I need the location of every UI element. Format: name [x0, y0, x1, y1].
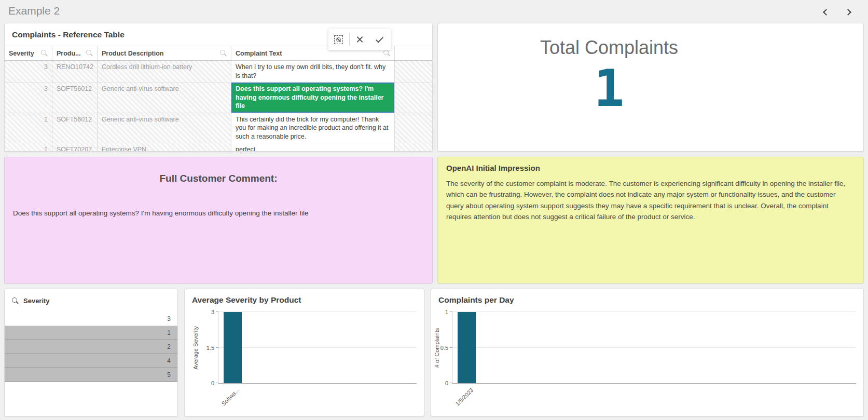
search-icon[interactable]: [383, 50, 390, 57]
table-body: 3RENO10742Cordless drill lithium-ion bat…: [5, 61, 432, 152]
severity-cell[interactable]: 3: [5, 83, 52, 113]
selection-toolbar: [328, 29, 391, 50]
search-icon[interactable]: [220, 50, 227, 57]
table-row: 3SOFT56012Generic anti-virus softwareDoe…: [5, 83, 432, 113]
full-customer-comment-panel: Full Customer Comment: Does this support…: [4, 157, 433, 283]
axis-tick-mark: [216, 383, 218, 383]
chart-title: Complaints per Day: [431, 289, 863, 305]
column-header-label: Product Description: [102, 50, 163, 57]
table-row: 3RENO10742Cordless drill lithium-ion bat…: [5, 61, 432, 83]
openai-initial-impression-panel: OpenAI Initial Impression The severity o…: [437, 157, 864, 283]
comment-title: Full Customer Comment:: [5, 173, 432, 184]
severity-filterpane: Severity 31245: [4, 289, 178, 416]
column-header-label: Severity: [9, 50, 34, 57]
page-title: Example 2: [8, 5, 60, 17]
complaint-text-cell[interactable]: When i try to use my own drill bits, the…: [231, 61, 395, 83]
filler-cell: [395, 83, 432, 113]
kpi-title: Total Complaints: [540, 37, 678, 59]
column-header-empty: [395, 46, 432, 60]
product-cell[interactable]: SOFT70207: [52, 143, 98, 152]
next-sheet-button[interactable]: [843, 7, 852, 17]
table-row: 1SOFT70207Enterprise VPNperfect: [5, 143, 432, 152]
axis-tick-mark: [216, 347, 218, 348]
plot: 01.53Softwa...Average Severity: [218, 312, 417, 384]
filter-title: Severity: [23, 297, 50, 305]
confirm-icon: [376, 35, 383, 43]
severity-value-4[interactable]: 4: [5, 354, 177, 368]
bar[interactable]: [458, 312, 476, 383]
y-axis-title-text: Average Severity: [192, 326, 199, 370]
severity-cell[interactable]: 1: [5, 143, 52, 152]
severity-value-1[interactable]: 1: [5, 326, 177, 340]
comment-body: Does this support all operating systems?…: [13, 209, 424, 217]
product-description-cell[interactable]: Generic anti-virus software: [98, 83, 231, 113]
severity-filter-header[interactable]: Severity: [5, 289, 177, 305]
clear-selection-button[interactable]: [328, 29, 349, 50]
severity-value-5[interactable]: 5: [5, 368, 177, 382]
gridline: [452, 347, 856, 348]
severity-value-3[interactable]: 3: [5, 312, 177, 326]
filler-cell: [395, 143, 432, 152]
column-header-product-description[interactable]: Product Description: [98, 46, 231, 60]
dashboard: Example 2 Complaints - Reference Table S…: [0, 0, 868, 420]
cancel-icon: [356, 36, 364, 44]
severity-value-2[interactable]: 2: [5, 340, 177, 354]
clear-selection-icon: [334, 35, 343, 44]
cancel-selection-button[interactable]: [350, 29, 370, 50]
table-row: 1SOFT56012Generic anti-virus softwareThi…: [5, 113, 432, 144]
complaint-text-cell[interactable]: perfect: [231, 143, 395, 152]
product-description-cell[interactable]: Cordless drill lithium-ion battery: [98, 61, 231, 83]
complaint-text-cell[interactable]: This certainly did the trick for my comp…: [231, 113, 395, 144]
column-header-severity[interactable]: Severity: [5, 46, 52, 60]
severity-cell[interactable]: 1: [5, 113, 52, 144]
product-description-cell[interactable]: Generic anti-virus software: [98, 113, 231, 144]
search-icon[interactable]: [41, 50, 48, 57]
gridline: [218, 347, 417, 348]
sheet-navigation: [821, 7, 852, 17]
severity-list: 31245: [5, 312, 177, 382]
y-tick-label: 3: [200, 309, 214, 315]
x-tick-text: Softwa...: [221, 387, 241, 407]
impression-title: OpenAI Initial Impression: [438, 157, 863, 172]
severity-cell[interactable]: 3: [5, 61, 52, 83]
y-axis-title-text: # of Complaints: [434, 328, 440, 367]
x-tick-text: 1/5/2023: [454, 387, 475, 407]
axis-tick-mark: [450, 383, 452, 383]
gridline: [218, 311, 417, 312]
axis-tick-mark: [450, 347, 452, 348]
y-tick-label: 1: [434, 309, 448, 315]
axis-tick-mark: [216, 311, 218, 312]
axis-tick-mark: [450, 311, 452, 312]
avg-severity-chart-panel: Average Severity by Product 01.53Softwa.…: [184, 289, 424, 416]
search-icon[interactable]: [12, 297, 19, 304]
complaints-reference-table-panel: Complaints - Reference Table SeverityPro…: [4, 23, 433, 152]
filler-cell: [395, 113, 432, 144]
confirm-selection-button[interactable]: [370, 29, 391, 50]
product-description-cell[interactable]: Enterprise VPN: [98, 143, 231, 152]
column-header-label: Produ...: [57, 50, 81, 57]
column-header-label: Complaint Text: [236, 50, 282, 57]
chart-title: Average Severity by Product: [185, 289, 424, 305]
filler-cell: [395, 61, 432, 83]
bar[interactable]: [224, 312, 242, 383]
chevron-left-icon: [823, 9, 830, 16]
product-cell[interactable]: RENO10742: [52, 61, 98, 83]
plot: 00.511/5/2023# of Complaints: [452, 312, 856, 384]
search-icon[interactable]: [86, 50, 93, 57]
prev-sheet-button[interactable]: [821, 7, 831, 17]
complaints-per-day-chart-panel: Complaints per Day 00.511/5/2023# of Com…: [431, 289, 864, 416]
kpi-value: 1: [594, 62, 624, 115]
chevron-right-icon: [845, 9, 851, 16]
y-tick-label: 1.5: [200, 345, 214, 350]
total-complaints-kpi-panel: Total Complaints 1: [437, 23, 864, 152]
impression-body: The severity of the customer complaint i…: [438, 172, 863, 222]
complaint-text-cell[interactable]: Does this support all operating systems?…: [231, 83, 395, 113]
column-header-produ[interactable]: Produ...: [52, 46, 98, 60]
product-cell[interactable]: SOFT56012: [52, 83, 98, 113]
gridline: [452, 311, 856, 312]
product-cell[interactable]: SOFT56012: [52, 113, 98, 144]
y-tick-label: 0: [200, 381, 214, 386]
y-tick-label: 0: [434, 381, 448, 386]
